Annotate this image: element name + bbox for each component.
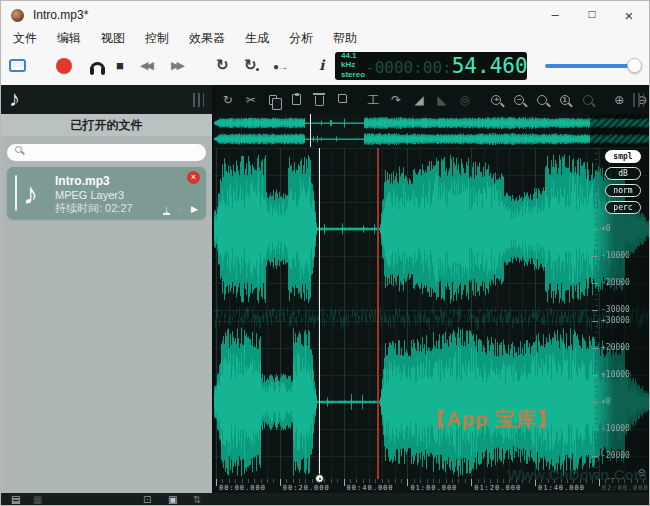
sort-icon[interactable]: ⇅ [193, 494, 201, 506]
thumbnail-icon[interactable]: ▣ [168, 494, 177, 506]
toolbar-grip-handle[interactable] [633, 93, 644, 107]
window-controls: – □ × [547, 8, 637, 23]
file-download-icon[interactable]: ↓ [164, 203, 170, 215]
menu-item-3[interactable]: 控制 [135, 30, 179, 47]
file-list-item[interactable]: ♪ Intro.mp3 MPEG Layer3 持续时间: 02:27 × ↓ … [7, 167, 206, 219]
sidebar-header-strip: ♪ [1, 85, 212, 114]
fade-in-icon[interactable]: ◢ [412, 92, 426, 108]
play-from-cursor-icon[interactable]: ●→ [273, 62, 287, 72]
time-tick [471, 479, 472, 486]
headphones-monitor-icon[interactable] [90, 62, 105, 71]
fast-forward-button[interactable]: ▶▶ [171, 60, 182, 71]
scale-button-smpl[interactable]: smpl [605, 150, 641, 163]
menu-item-4[interactable]: 效果器 [179, 30, 235, 47]
watermark-gray: Www.CnDown.Com [508, 466, 647, 483]
search-icon [15, 146, 22, 153]
copy-icon[interactable] [267, 92, 281, 108]
app-window: Intro.mp3* – □ × 文件编辑视图控制效果器生成分析帮助 ■ ◀◀ … [0, 0, 650, 506]
sample-rate-label: 44.1 kHz [341, 52, 365, 70]
time-label: 00:00.000 [219, 484, 266, 492]
statusbar: ▤ ▦ ⊡ ▣ ⇅ [1, 493, 649, 506]
zoom-in-icon[interactable]: + [490, 92, 504, 108]
file-close-icon[interactable]: × [187, 171, 200, 184]
watermark-orange: 【App 宝库】 [426, 406, 558, 433]
file-play-icon[interactable]: ▶ [191, 204, 198, 214]
scale-button-perc[interactable]: perc [605, 201, 641, 214]
time-tick [407, 479, 408, 486]
redo-icon[interactable]: ↻ [221, 92, 235, 108]
overview-playhead[interactable] [310, 114, 311, 147]
cursor-line[interactable] [377, 148, 379, 479]
menu-item-6[interactable]: 分析 [279, 30, 323, 47]
vertical-zoom-in-icon[interactable]: ⊕ [613, 92, 627, 108]
volume-slider-handle[interactable] [627, 58, 642, 73]
menu-item-5[interactable]: 生成 [235, 30, 279, 47]
zoom-selection-icon[interactable] [581, 92, 595, 108]
loop-marker-icon[interactable]: ↻ [244, 57, 257, 72]
info-icon[interactable]: i [319, 58, 324, 72]
time-label: 01:00.000 [410, 484, 457, 492]
edit-toolbar: ↻ ✂ 工 ↷ ◢ ◣ ◎ + − 1 ⊕ ⊖ [214, 85, 649, 114]
time-label: 01:20.000 [474, 484, 521, 492]
record-button[interactable] [56, 58, 72, 74]
view-list-icon[interactable]: ▤ [11, 494, 20, 506]
file-note-icon: ♪ [23, 174, 55, 213]
menu-item-1[interactable]: 编辑 [47, 30, 91, 47]
zoom-out-icon[interactable]: − [512, 92, 526, 108]
file-levels-icon: ≡ [177, 203, 183, 214]
scale-button-norm[interactable]: norm [605, 184, 641, 197]
music-note-icon: ♪ [9, 86, 20, 112]
files-sidebar: ♪ 已打开的文件 ♪ Intro.mp3 MPEG Layer3 持续时间: 0… [1, 85, 214, 493]
cut-icon[interactable]: ✂ [244, 92, 258, 108]
view-grid-icon[interactable]: ▦ [33, 494, 42, 506]
stop-button[interactable]: ■ [116, 59, 124, 72]
scale-button-dB[interactable]: dB [605, 167, 641, 180]
waveform-view[interactable]: +0-10000-20000-30000+30000+20000+10000+0… [214, 148, 649, 479]
time-label: 00:40.000 [347, 484, 394, 492]
channel-mode-label: stereo [341, 71, 365, 80]
selection-mode-icon[interactable]: ⊡ [143, 494, 151, 506]
loop-icon[interactable]: ↻ [216, 57, 229, 72]
time-tick [280, 479, 281, 486]
files-panel-body: ♪ Intro.mp3 MPEG Layer3 持续时间: 02:27 × ↓ … [1, 136, 212, 493]
time-tick [344, 479, 345, 486]
close-button[interactable]: × [621, 8, 637, 23]
files-panel-title: 已打开的文件 [1, 114, 212, 136]
zoom-fit-icon[interactable] [535, 92, 549, 108]
overview-canvas[interactable] [214, 114, 649, 148]
sidebar-grip-handle[interactable] [193, 93, 204, 107]
main-toolbar: ■ ◀◀ ▶▶ ↻ ↻ ●→ i 44.1 kHz stereo -0000:0… [1, 47, 649, 85]
waveform-overview[interactable] [214, 114, 649, 148]
file-duration: 持续时间: 02:27 [55, 202, 133, 216]
overview-offscreen-region [590, 114, 649, 147]
time-display: 44.1 kHz stereo -0000:00: 54.460 [335, 52, 527, 80]
menu-item-0[interactable]: 文件 [3, 30, 47, 47]
time-display-dim-digits: -0000:00: [365, 60, 452, 76]
paste-icon[interactable] [289, 92, 303, 108]
fade-out-icon[interactable]: ◣ [435, 92, 449, 108]
selection-view-icon[interactable] [9, 59, 26, 72]
menu-item-2[interactable]: 视图 [91, 30, 135, 47]
maximize-button[interactable]: □ [584, 8, 600, 23]
delete-icon[interactable] [312, 92, 326, 108]
rewind-button[interactable]: ◀◀ [140, 60, 151, 71]
file-format: MPEG Layer3 [55, 189, 133, 203]
zoom-one-icon[interactable]: 1 [558, 92, 572, 108]
waveform-panel: ↻ ✂ 工 ↷ ◢ ◣ ◎ + − 1 ⊕ ⊖ [214, 85, 649, 493]
reverse-icon[interactable]: ↷ [389, 92, 403, 108]
app-logo-icon [11, 9, 24, 22]
playhead-handle[interactable] [315, 474, 324, 483]
menu-item-7[interactable]: 帮助 [323, 30, 367, 47]
loop-region-icon[interactable]: ◎ [458, 92, 472, 108]
time-display-main-digits: 54.460 [452, 56, 528, 77]
time-tick [216, 479, 217, 486]
insert-silence-icon[interactable]: 工 [367, 92, 381, 108]
volume-slider[interactable] [545, 64, 641, 68]
titlebar: Intro.mp3* – □ × [1, 1, 649, 29]
playhead-line[interactable] [319, 148, 320, 479]
trim-icon[interactable] [335, 92, 349, 108]
menubar: 文件编辑视图控制效果器生成分析帮助 [1, 29, 649, 47]
minimize-button[interactable]: – [547, 8, 563, 23]
time-axis: Www.CnDown.Com 00:00.00000:20.00000:40.0… [214, 479, 649, 493]
search-input[interactable] [7, 144, 206, 161]
